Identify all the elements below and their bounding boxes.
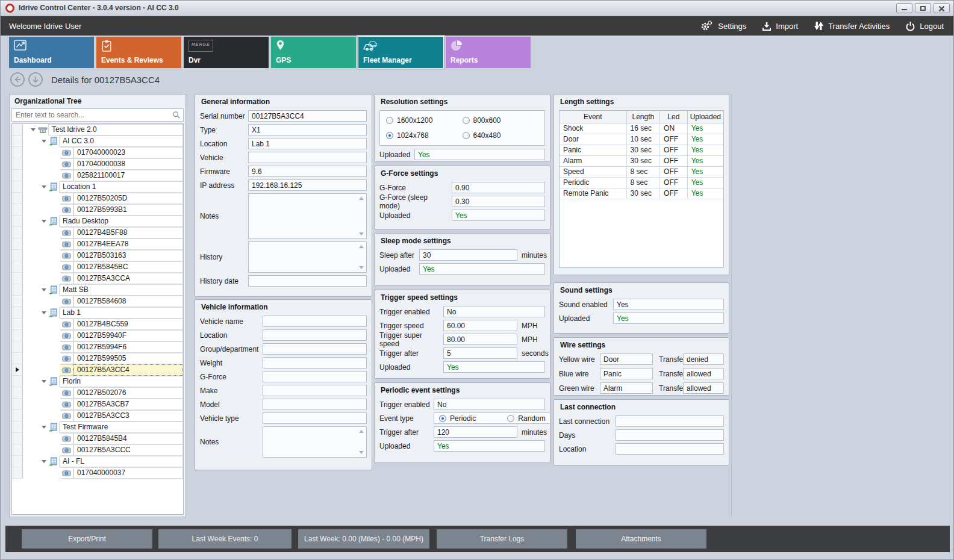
trigger-speed-input[interactable] [443, 320, 517, 331]
weight-input[interactable] [263, 357, 367, 369]
expander-icon[interactable] [29, 124, 37, 135]
table-row[interactable]: Alarm30 secOFFYes [560, 155, 723, 166]
group-department-input[interactable] [263, 343, 367, 355]
radio-icon[interactable] [386, 117, 393, 124]
table-row[interactable]: Door10 secOFFYes [560, 134, 723, 145]
tree-node-row[interactable]: Radu Desktop [12, 216, 183, 227]
scroll-down-icon[interactable] [359, 451, 364, 454]
trigger-super-speed-input[interactable] [443, 334, 517, 345]
tree-node-label[interactable]: Lab 1 [59, 307, 183, 319]
radio-icon[interactable] [507, 415, 514, 422]
ip-address-input[interactable] [248, 179, 367, 191]
tree-node-row[interactable]: 00127B5A3CC4 [12, 364, 183, 376]
tree-node-label[interactable]: 00127B584608 [73, 296, 183, 307]
tree-node-row[interactable]: 00127B50205D [12, 193, 183, 204]
uploaded-input[interactable] [434, 440, 545, 452]
trigger-enabled-input[interactable] [443, 306, 545, 317]
scroll-up-icon[interactable] [359, 197, 364, 200]
tree-node-row[interactable]: 00127B4BC559 [12, 319, 183, 330]
tree-node-row[interactable]: AI - FL [12, 456, 183, 467]
tree-node-row[interactable]: 025821100017 [12, 170, 183, 181]
tree-node-row[interactable]: 00127B5A3CCC [12, 444, 183, 456]
tree-node-label[interactable]: 00127B4EEA78 [73, 238, 183, 250]
firmware-input[interactable] [248, 166, 367, 177]
table-row[interactable]: Shock16 secONYes [560, 123, 723, 134]
logout-button[interactable]: Logout [905, 21, 944, 31]
sound-enabled-input[interactable] [613, 299, 724, 310]
splitter[interactable] [731, 94, 732, 517]
column-header[interactable]: Event [560, 111, 626, 123]
g-force-sleep-mode-input[interactable] [452, 196, 545, 207]
scroll-down-icon[interactable] [359, 266, 364, 269]
tree-node-label[interactable]: AI CC 3.0 [59, 135, 183, 147]
tree-node-row[interactable]: 00127B599505 [12, 353, 183, 364]
make-input[interactable] [263, 385, 367, 396]
back-button[interactable] [10, 72, 25, 87]
tree-node-row[interactable]: 00127B5845B4 [12, 433, 183, 444]
transfer-activities-button[interactable]: Transfer Activities [814, 20, 890, 31]
uploaded-input[interactable] [613, 313, 724, 324]
tree-node-label[interactable]: Test Idrive 2.0 [48, 124, 183, 135]
expander-icon[interactable] [40, 216, 48, 227]
tree-node-label[interactable]: 00127B50205D [73, 193, 183, 204]
tree-node-label[interactable]: Florin [59, 376, 183, 387]
tree-node-row[interactable]: 00127B502076 [12, 387, 183, 399]
column-header[interactable]: Length [626, 111, 659, 123]
uploaded-input[interactable] [452, 210, 545, 221]
tree-node-label[interactable]: Radu Desktop [59, 216, 183, 227]
g-force-input[interactable] [452, 182, 545, 193]
tree-node-label[interactable]: 00127B59940F [73, 330, 183, 341]
vehicle-name-input[interactable] [263, 316, 367, 327]
tree-node-row[interactable]: 00127B59940F [12, 330, 183, 341]
radio-option-1024x768[interactable]: 1024x768 [386, 131, 463, 140]
tree-node-label[interactable]: 00127B5845B4 [73, 433, 183, 444]
radio-icon[interactable] [386, 132, 393, 139]
notes-textarea[interactable] [263, 426, 367, 458]
last-connection-input[interactable] [616, 415, 724, 427]
vehicle-input[interactable] [248, 152, 367, 163]
tree-node-label[interactable]: 00127B5993B1 [73, 204, 183, 216]
expander-icon[interactable] [40, 456, 48, 467]
days-input[interactable] [616, 429, 724, 441]
location-input[interactable] [616, 443, 724, 455]
tree-node-row[interactable]: 00127B5994F6 [12, 341, 183, 353]
sleep-after-input[interactable] [419, 249, 517, 261]
expand-down-button[interactable] [28, 72, 43, 87]
type-input[interactable] [248, 124, 367, 135]
tree-node-label[interactable]: 00127B599505 [73, 353, 183, 364]
minimize-button[interactable] [896, 3, 912, 13]
tree-node-row[interactable]: Florin [12, 376, 183, 387]
expander-icon[interactable] [40, 181, 48, 193]
tree-node-label[interactable]: 00127B5A3CCC [73, 444, 183, 456]
green-wire-transfer-input[interactable] [683, 382, 724, 394]
tree-node-row[interactable]: 00127B5845BC [12, 261, 183, 273]
uploaded-input[interactable] [443, 361, 545, 373]
radio-option-640x480[interactable]: 640x480 [463, 131, 539, 140]
column-header[interactable]: Led [660, 111, 688, 123]
tree-node-row[interactable]: 00127B5A3CB7 [12, 399, 183, 410]
tab-gps[interactable]: GPS [271, 37, 356, 68]
notes-textarea[interactable] [248, 193, 367, 239]
radio-option-1600x1200[interactable]: 1600x1200 [386, 116, 463, 125]
tree-node-row[interactable]: 00127B5A3CCA [12, 273, 183, 284]
tree-node-row[interactable]: 00127B4B5F88 [12, 227, 183, 238]
location-input[interactable] [263, 329, 367, 341]
radio-option-random[interactable]: Random [507, 414, 545, 423]
last-week-miles-button[interactable]: Last Week: 0.00 (Miles) - 0.00 (MPH) [298, 529, 429, 549]
table-row[interactable]: Periodic8 secOFFYes [560, 177, 723, 188]
history-date-input[interactable] [248, 275, 367, 287]
tree-node-row[interactable]: 017040000023 [12, 147, 183, 158]
tree-node-label[interactable]: 017040000023 [73, 147, 183, 158]
expander-icon[interactable] [40, 135, 48, 147]
tree-node-row[interactable]: 017040000038 [12, 158, 183, 170]
tree-node-label[interactable]: Matt SB [59, 284, 183, 296]
table-row[interactable]: Remote Panic30 secOFFYes [560, 188, 723, 199]
import-button[interactable]: Import [762, 21, 798, 31]
location-input[interactable] [248, 138, 367, 149]
tree-node-row[interactable]: 00127B4EEA78 [12, 238, 183, 250]
blue-wire-transfer-input[interactable] [683, 368, 724, 379]
tree-node-label[interactable]: 00127B5994F6 [73, 341, 183, 353]
close-button[interactable] [934, 3, 950, 13]
scroll-up-icon[interactable] [359, 245, 364, 248]
expander-icon[interactable] [40, 376, 48, 387]
